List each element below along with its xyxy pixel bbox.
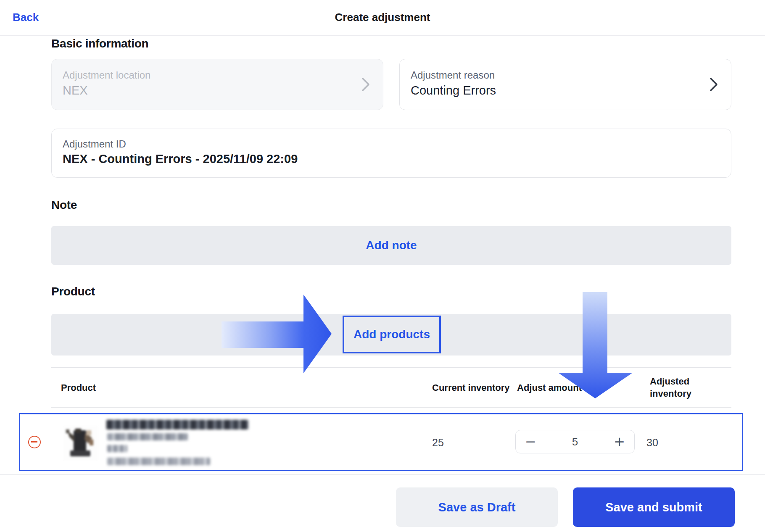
adjustment-location-field: Adjustment location NEX bbox=[51, 59, 383, 110]
save-and-submit-button[interactable]: Save and submit bbox=[573, 487, 735, 527]
adjustment-reason-field[interactable]: Adjustment reason Counting Errors bbox=[399, 59, 731, 110]
product-sku-redacted bbox=[107, 458, 210, 465]
table-top-divider bbox=[51, 367, 731, 368]
add-products-highlight-box: Add products bbox=[343, 316, 441, 353]
adjustment-id-value: NEX - Counting Errors - 2025/11/09 22:09 bbox=[63, 152, 298, 166]
create-adjustment-screen: Back Create adjustment Basic information… bbox=[0, 0, 765, 532]
page-title: Create adjustment bbox=[0, 11, 765, 24]
increment-icon[interactable]: + bbox=[614, 435, 625, 448]
basic-information-heading: Basic information bbox=[51, 37, 148, 50]
adjusted-inventory-line1: Adjusted bbox=[650, 375, 691, 387]
column-header-current-inventory: Current inventory bbox=[432, 382, 510, 394]
product-variant-redacted bbox=[107, 433, 188, 440]
adjustment-location-label: Adjustment location bbox=[63, 69, 150, 81]
column-header-adjusted-inventory: Adjusted inventory bbox=[650, 375, 691, 400]
product-title-redacted bbox=[106, 420, 248, 429]
note-bar: Add note bbox=[51, 226, 731, 265]
adjustment-reason-label: Adjustment reason bbox=[411, 69, 495, 81]
add-note-button[interactable]: Add note bbox=[366, 239, 417, 252]
column-header-product: Product bbox=[61, 382, 96, 394]
adjustment-id-label: Adjustment ID bbox=[63, 138, 126, 150]
add-products-button[interactable]: Add products bbox=[353, 328, 430, 341]
save-as-draft-button[interactable]: Save as Draft bbox=[396, 487, 558, 527]
chevron-right-icon bbox=[709, 77, 718, 92]
column-header-adjust-amount: Adjust amount bbox=[517, 382, 582, 394]
chevron-right-icon bbox=[361, 77, 370, 92]
adjusted-inventory-value: 30 bbox=[646, 437, 658, 449]
adjusted-inventory-line2: inventory bbox=[650, 387, 691, 400]
table-header-divider bbox=[51, 407, 731, 408]
adjustment-reason-value: Counting Errors bbox=[411, 84, 496, 97]
remove-product-icon[interactable] bbox=[28, 436, 41, 448]
adjust-amount-input[interactable]: 5 bbox=[572, 435, 578, 448]
current-inventory-value: 25 bbox=[432, 437, 444, 449]
top-bar: Back Create adjustment bbox=[0, 0, 765, 36]
adjustment-location-value: NEX bbox=[63, 84, 88, 97]
adjustment-id-field[interactable]: Adjustment ID NEX - Counting Errors - 20… bbox=[51, 129, 731, 178]
product-price-redacted bbox=[107, 445, 127, 452]
product-heading: Product bbox=[51, 285, 95, 298]
decrement-icon[interactable]: − bbox=[525, 435, 536, 448]
adjust-amount-stepper: − 5 + bbox=[515, 430, 635, 453]
footer-divider bbox=[0, 474, 765, 475]
product-thumbnail bbox=[63, 425, 99, 461]
note-heading: Note bbox=[51, 198, 77, 212]
